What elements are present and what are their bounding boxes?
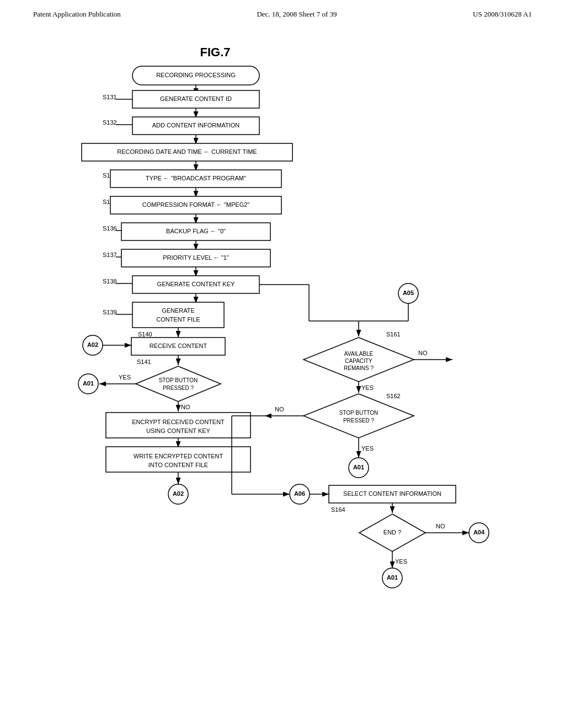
label-yes-162: YES: [361, 445, 374, 452]
label-no-162: NO: [275, 406, 284, 413]
diagram-area: FIG.7 RECORDING PROCESSING S131 GENERATE…: [0, 23, 565, 728]
label-a02-out: A02: [173, 490, 184, 497]
step-s161: S161: [386, 331, 401, 338]
flowchart-svg: FIG.7 RECORDING PROCESSING S131 GENERATE…: [0, 29, 565, 724]
step-s131: S131: [103, 94, 117, 100]
label-recording-date: RECORDING DATE AND TIME ← CURRENT TIME: [117, 148, 257, 155]
label-a01-right: A01: [353, 464, 364, 470]
start-label: RECORDING PROCESSING: [156, 72, 236, 78]
label-yes-141: YES: [119, 374, 131, 381]
label-end-164: END ?: [383, 529, 401, 536]
label-capacity-1: AVAILABLE: [344, 351, 374, 357]
label-a01-left: A01: [83, 380, 94, 387]
label-receive-content: RECEIVE CONTENT: [150, 342, 207, 349]
label-capacity-2: CAPACITY: [345, 358, 372, 364]
label-yes-164: YES: [395, 558, 407, 565]
label-add-content-info: ADD CONTENT INFORMATION: [152, 122, 240, 129]
label-a02-in: A02: [87, 341, 98, 348]
label-yes-161: YES: [361, 384, 374, 391]
label-priority: PRIORITY LEVEL ← "1": [163, 254, 229, 261]
figure-title: FIG.7: [200, 45, 230, 59]
box-generate-content-file: [132, 302, 224, 328]
label-a04: A04: [473, 529, 485, 536]
label-stop-btn-162-2: PRESSED ?: [343, 417, 375, 424]
label-no-164: NO: [436, 523, 445, 529]
step-s136: S136: [103, 225, 117, 232]
diamond-stop-button-162: [303, 394, 414, 438]
label-stop-btn-162-1: STOP BUTTON: [339, 410, 379, 416]
label-capacity-3: REMAINS ?: [344, 365, 374, 371]
label-compression: COMPRESSION FORMAT ← "MPEG2": [142, 201, 250, 208]
step-s138: S138: [103, 278, 117, 285]
label-generate-content-file-1: GENERATE: [162, 307, 195, 314]
header-left: Patent Application Publication: [33, 10, 121, 19]
label-generate-content-id: GENERATE CONTENT ID: [160, 95, 232, 102]
step-s137: S137: [103, 251, 117, 258]
label-write-1: WRITE ENCRYPTED CONTENT: [134, 453, 223, 459]
step-s164: S164: [331, 506, 345, 513]
label-a01-bottom: A01: [387, 574, 398, 581]
label-no-141: NO: [181, 404, 190, 410]
header-center: Dec. 18, 2008 Sheet 7 of 39: [257, 10, 337, 19]
label-generate-content-file-2: CONTENT FILE: [156, 316, 200, 323]
header-right: US 2008/310628 A1: [473, 10, 532, 19]
label-backup-flag: BACKUP FLAG ← "0": [166, 228, 226, 234]
step-s141: S141: [137, 358, 151, 365]
step-s139: S139: [103, 309, 117, 315]
box-write-encrypted: [106, 447, 250, 472]
label-stop-btn-141-1: STOP BUTTON: [159, 377, 198, 383]
step-s132: S132: [103, 119, 117, 126]
label-select-content: SELECT CONTENT INFORMATION: [343, 490, 441, 497]
step-s140: S140: [138, 331, 152, 338]
label-a06: A06: [294, 490, 305, 497]
label-a05: A05: [403, 290, 414, 296]
page-header: Patent Application Publication Dec. 18, …: [0, 0, 565, 23]
label-write-2: INTO CONTENT FILE: [148, 462, 208, 468]
label-encrypt-1: ENCRYPT RECEIVED CONTENT: [132, 419, 225, 425]
box-encrypt: [106, 413, 250, 438]
label-type: TYPE ← "BROADCAST PROGRAM": [146, 175, 246, 181]
label-no-161: NO: [418, 350, 428, 356]
label-encrypt-2: USING CONTENT KEY: [146, 427, 211, 434]
label-stop-btn-141-2: PRESSED ?: [163, 385, 194, 391]
step-s162: S162: [386, 393, 401, 399]
label-generate-key: GENERATE CONTENT KEY: [157, 281, 235, 287]
diamond-stop-button-141: [136, 366, 221, 402]
